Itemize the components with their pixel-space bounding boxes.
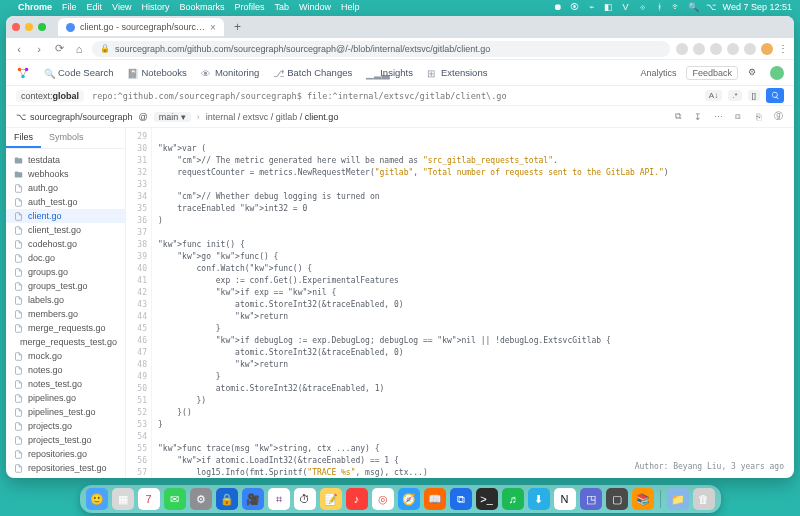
dock-app-1password[interactable]: 🔒	[216, 488, 238, 510]
menu-view[interactable]: View	[112, 2, 131, 12]
status-icon[interactable]: ⌁	[587, 2, 597, 12]
extension-icon[interactable]	[676, 43, 688, 55]
tree-file[interactable]: auth_test.go	[6, 195, 125, 209]
app-name[interactable]: Chrome	[18, 2, 52, 12]
action-icon[interactable]: ⧉	[672, 111, 684, 123]
tree-file[interactable]: projects.go	[6, 419, 125, 433]
extension-icon[interactable]	[710, 43, 722, 55]
tree-file[interactable]: projects_test.go	[6, 433, 125, 447]
raw-icon[interactable]: ⧈	[732, 111, 744, 123]
extension-icon[interactable]	[727, 43, 739, 55]
fullscreen-window-button[interactable]	[38, 23, 46, 31]
close-window-button[interactable]	[12, 23, 20, 31]
tree-file[interactable]: doc.go	[6, 251, 125, 265]
status-icon[interactable]: ◧	[604, 2, 614, 12]
settings-icon[interactable]: ⚙	[748, 67, 760, 79]
profile-avatar-icon[interactable]	[761, 43, 773, 55]
user-avatar-icon[interactable]	[770, 66, 784, 80]
search-submit-button[interactable]	[766, 88, 784, 103]
structural-toggle[interactable]: []	[748, 90, 760, 101]
case-toggle[interactable]: A↓	[705, 90, 722, 101]
tree-file[interactable]: pipelines.go	[6, 391, 125, 405]
dock-app-slack[interactable]: ⌗	[268, 488, 290, 510]
dock-app-downloads[interactable]: ⬇	[528, 488, 550, 510]
github-icon[interactable]: ⓖ	[772, 111, 784, 123]
tree-file[interactable]: notes.go	[6, 363, 125, 377]
control-center-icon[interactable]: ⌥	[706, 2, 716, 12]
status-icon[interactable]: ⏺	[553, 2, 563, 12]
dock-app-launchpad[interactable]: ▦	[112, 488, 134, 510]
dock-app-messages[interactable]: ✉	[164, 488, 186, 510]
tree-file[interactable]: client.go	[6, 209, 125, 223]
menu-bookmarks[interactable]: Bookmarks	[179, 2, 224, 12]
dock-app-safari[interactable]: 🧭	[398, 488, 420, 510]
tree-file[interactable]: client_test.go	[6, 223, 125, 237]
menu-tab[interactable]: Tab	[274, 2, 289, 12]
dock-app-timer[interactable]: ⏱	[294, 488, 316, 510]
tree-folder[interactable]: testdata	[6, 153, 125, 167]
action-icon[interactable]: ↧	[692, 111, 704, 123]
close-tab-icon[interactable]: ×	[210, 22, 216, 33]
crumb[interactable]: extsvc	[243, 112, 269, 122]
nav-notebooks[interactable]: 📓Notebooks	[127, 67, 186, 78]
crumb[interactable]: internal	[206, 112, 236, 122]
forward-button[interactable]: ›	[32, 42, 46, 56]
repo-link[interactable]: ⌥ sourcegraph/sourcegraph	[16, 112, 133, 122]
tree-file[interactable]: notes_test.go	[6, 377, 125, 391]
code-view[interactable]: 2930313233343536373839404142434445464748…	[126, 128, 794, 478]
tree-file[interactable]: labels.go	[6, 293, 125, 307]
kebab-menu-icon[interactable]: ⋮	[778, 43, 788, 55]
nav-analytics-link[interactable]: Analytics	[640, 68, 676, 78]
nav-code-search[interactable]: 🔍Code Search	[44, 67, 113, 78]
tree-file[interactable]: repositories_test.go	[6, 461, 125, 475]
tab-files[interactable]: Files	[6, 128, 41, 148]
dock-app-music[interactable]: ♪	[346, 488, 368, 510]
status-icon[interactable]: ⦿	[570, 2, 580, 12]
nav-monitoring[interactable]: 👁Monitoring	[201, 67, 259, 78]
tree-file[interactable]: members.go	[6, 307, 125, 321]
tab-symbols[interactable]: Symbols	[41, 128, 92, 148]
dock-app-zoom[interactable]: 🎥	[242, 488, 264, 510]
dock-app-books[interactable]: 📚	[632, 488, 654, 510]
feedback-button[interactable]: Feedback	[686, 66, 738, 80]
tree-file[interactable]: mock.go	[6, 349, 125, 363]
extension-icon[interactable]	[744, 43, 756, 55]
new-tab-button[interactable]: +	[234, 20, 241, 34]
dock-app-folder1[interactable]: 📁	[667, 488, 689, 510]
menu-window[interactable]: Window	[299, 2, 331, 12]
external-link-icon[interactable]: ⎘	[752, 111, 764, 123]
dock-app-spotify[interactable]: ♬	[502, 488, 524, 510]
nav-extensions[interactable]: ⊞Extensions	[427, 67, 487, 78]
nav-batch-changes[interactable]: ⎇Batch Changes	[273, 67, 352, 78]
status-icon[interactable]: V	[621, 2, 631, 12]
tree-file[interactable]: repositories.go	[6, 447, 125, 461]
branch-chip[interactable]: main ▾	[154, 112, 191, 122]
minimize-window-button[interactable]	[25, 23, 33, 31]
search-query[interactable]: repo:^github.com/sourcegraph/sourcegraph…	[92, 91, 507, 101]
reload-button[interactable]: ⟳	[52, 42, 66, 56]
file-tree[interactable]: testdatawebhooksauth.goauth_test.goclien…	[6, 149, 125, 478]
action-icon[interactable]: ⋯	[712, 111, 724, 123]
context-chip[interactable]: context:global	[16, 90, 84, 102]
crumb[interactable]: client.go	[305, 112, 339, 122]
dock-app-notes[interactable]: 📝	[320, 488, 342, 510]
bluetooth-icon[interactable]: ᚼ	[655, 2, 665, 12]
menu-file[interactable]: File	[62, 2, 77, 12]
dock-app-linear[interactable]: ◳	[580, 488, 602, 510]
clock[interactable]: Wed 7 Sep 12:51	[723, 2, 792, 12]
tree-file[interactable]: groups.go	[6, 265, 125, 279]
dock-app-settings[interactable]: ⚙	[190, 488, 212, 510]
dock-app-chrome[interactable]: ◎	[372, 488, 394, 510]
sourcegraph-logo-icon[interactable]	[16, 66, 30, 80]
tree-file[interactable]: codehost.go	[6, 237, 125, 251]
tree-file[interactable]: pipelines_test.go	[6, 405, 125, 419]
extension-icon[interactable]	[693, 43, 705, 55]
menu-help[interactable]: Help	[341, 2, 360, 12]
menu-profiles[interactable]: Profiles	[234, 2, 264, 12]
dock-app-vscode[interactable]: ⧉	[450, 488, 472, 510]
dock-app-reader[interactable]: 📖	[424, 488, 446, 510]
home-button[interactable]: ⌂	[72, 42, 86, 56]
wifi-icon[interactable]: ᯤ	[672, 2, 682, 12]
tree-file[interactable]: merge_requests_test.go	[6, 335, 125, 349]
tree-file[interactable]: groups_test.go	[6, 279, 125, 293]
